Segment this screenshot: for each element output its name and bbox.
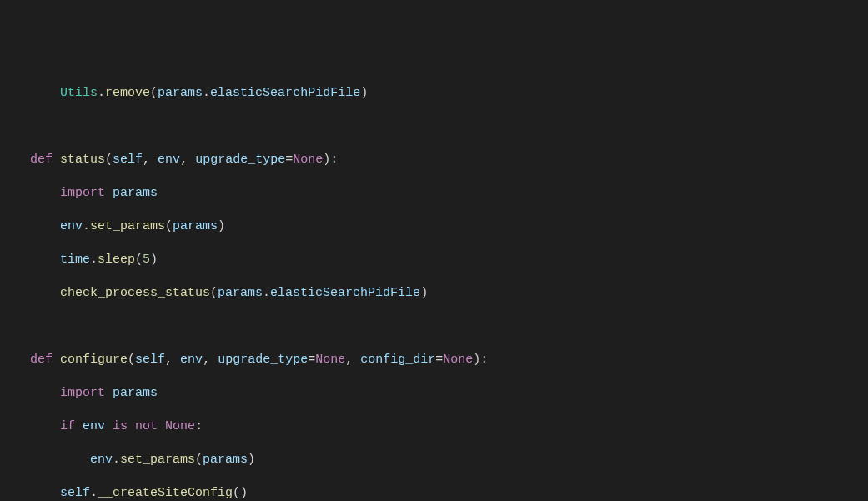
keyword-none: None — [293, 153, 323, 167]
keyword-none: None — [443, 353, 473, 367]
method-name: set_params — [90, 219, 165, 233]
function-name: configure — [60, 353, 128, 367]
code-line: env.set_params(params) — [0, 218, 868, 235]
code-line: Utils.remove(params.elasticSearchPidFile… — [0, 85, 868, 102]
indent — [0, 286, 60, 300]
identifier: env — [180, 353, 203, 367]
identifier: elasticSearchPidFile — [270, 286, 420, 300]
code-line: env.set_params(params) — [0, 452, 868, 468]
code-line: self.__createSiteConfig() — [0, 485, 868, 501]
identifier: time — [60, 253, 90, 267]
identifier: params — [173, 219, 218, 233]
keyword-none: None — [315, 353, 345, 367]
indent — [0, 153, 30, 167]
number-literal: 5 — [143, 253, 150, 267]
class-name: Utils — [60, 86, 98, 100]
identifier: env — [90, 453, 113, 467]
identifier: elasticSearchPidFile — [210, 86, 360, 100]
function-name: status — [60, 153, 105, 167]
function-name: check_process_status — [60, 286, 210, 300]
code-line: time.sleep(5) — [0, 252, 868, 268]
code-line: def configure(self, env, upgrade_type=No… — [0, 352, 868, 368]
method-name: set_params — [120, 453, 195, 467]
identifier: env — [60, 219, 83, 233]
keyword-import: import — [60, 386, 105, 400]
code-line: import params — [0, 385, 868, 402]
indent — [0, 486, 60, 500]
identifier: upgrade_type — [218, 353, 308, 367]
identifier: params — [158, 86, 203, 100]
code-line: check_process_status(params.elasticSearc… — [0, 285, 868, 302]
keyword-import: import — [60, 186, 105, 200]
identifier: self — [135, 353, 165, 367]
method-name: remove — [105, 86, 150, 100]
indent — [0, 453, 90, 467]
code-line: if env is not None: — [0, 418, 868, 435]
indent — [0, 219, 60, 233]
identifier: self — [113, 153, 143, 167]
method-name: __createSiteConfig — [98, 486, 233, 500]
keyword-isnot: is not — [113, 419, 158, 433]
keyword-def: def — [30, 153, 53, 167]
identifier: params — [113, 186, 158, 200]
code-line: import params — [0, 185, 868, 202]
code-editor[interactable]: Utils.remove(params.elasticSearchPidFile… — [0, 68, 868, 501]
indent — [0, 186, 60, 200]
identifier: params — [113, 386, 158, 400]
identifier: env — [83, 419, 105, 433]
identifier: params — [218, 286, 263, 300]
code-line: def status(self, env, upgrade_type=None)… — [0, 152, 868, 168]
keyword-def: def — [30, 353, 53, 367]
code-line-blank — [0, 118, 868, 135]
indent — [0, 386, 60, 400]
code-line-blank — [0, 318, 868, 335]
method-name: sleep — [98, 253, 135, 267]
keyword-none: None — [165, 419, 195, 433]
indent — [0, 253, 60, 267]
identifier: self — [60, 486, 90, 500]
indent — [0, 353, 30, 367]
identifier: config_dir — [360, 353, 435, 367]
identifier: upgrade_type — [195, 153, 285, 167]
keyword-if: if — [60, 419, 75, 433]
indent — [0, 419, 60, 433]
identifier: params — [203, 453, 248, 467]
identifier: env — [158, 153, 180, 167]
indent — [0, 86, 60, 100]
